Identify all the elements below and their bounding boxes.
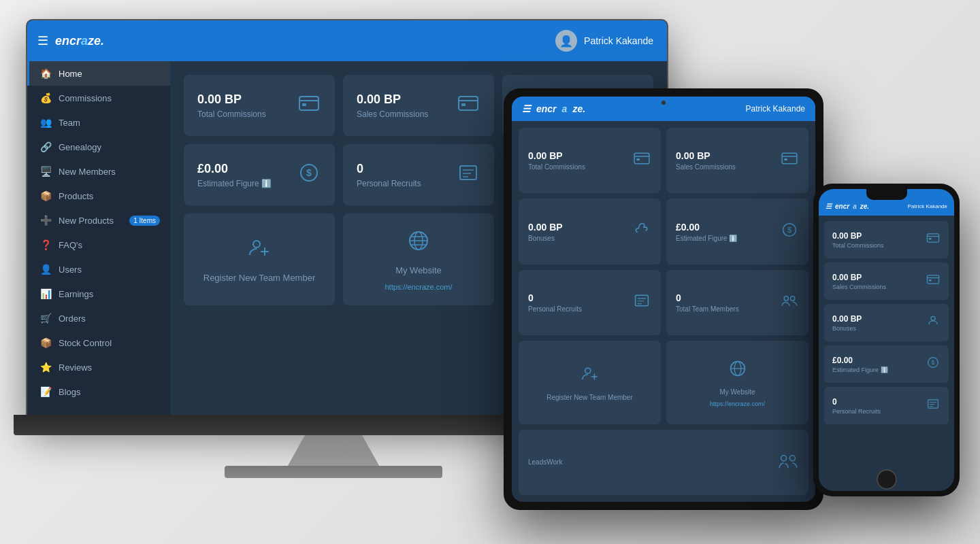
nav-label-users: Users bbox=[59, 265, 82, 275]
nav-label-team: Team bbox=[59, 118, 80, 128]
tablet-total-team-icon bbox=[780, 291, 799, 314]
nav-item-home[interactable]: 🏠 Home bbox=[27, 61, 170, 86]
phone-home-button[interactable] bbox=[877, 469, 897, 490]
svg-point-23 bbox=[781, 456, 787, 461]
team-icon: 👥 bbox=[39, 117, 52, 128]
genealogy-icon: 🔗 bbox=[39, 141, 52, 152]
nav-label-stock-control: Stock Control bbox=[59, 338, 112, 348]
top-bar: 👤 Patrick Kakande bbox=[170, 20, 667, 61]
phone-bonuses-icon bbox=[926, 313, 941, 332]
tablet-brand: ☰ encraze. bbox=[522, 103, 585, 114]
svg-rect-7 bbox=[460, 166, 476, 180]
svg-rect-2 bbox=[459, 97, 478, 110]
stock-control-icon: 📦 bbox=[39, 337, 52, 348]
card-estimated-figure[interactable]: £0.00 Estimated Figure ℹ️ $ bbox=[184, 144, 335, 205]
nav-item-faqs[interactable]: ❓ FAQ's bbox=[27, 233, 170, 257]
register-team-label: Register New Team Member bbox=[203, 273, 315, 284]
home-icon: 🏠 bbox=[39, 68, 52, 79]
tablet-app: ☰ encraze. 👤 Patrick Kakande 0.00 BP Tot… bbox=[512, 97, 815, 502]
nav-label-genealogy: Genealogy bbox=[59, 142, 101, 152]
svg-point-20 bbox=[585, 368, 590, 373]
card-register-team[interactable]: Register New Team Member bbox=[184, 214, 335, 305]
phone-grid: 0.00 BP Total Commissions 0.00 BP Sales … bbox=[819, 216, 954, 483]
nav-item-products[interactable]: 📦 Products bbox=[27, 184, 170, 208]
nav-item-team[interactable]: 👥 Team bbox=[27, 110, 170, 135]
brand-logo: encraze. bbox=[55, 34, 104, 48]
tablet-card-bonuses[interactable]: 0.00 BP Bonuses bbox=[519, 199, 661, 264]
new-products-badge: 1 Items bbox=[129, 216, 160, 226]
tablet-bonuses-icon bbox=[632, 220, 651, 243]
nav-item-earnings[interactable]: 📊 Earnings bbox=[27, 282, 170, 306]
phone-sales-commissions-icon bbox=[926, 272, 941, 290]
tablet-card-website[interactable]: My Website https://encraze.com/ bbox=[666, 341, 808, 424]
tablet-card-total-commissions[interactable]: 0.00 BP Total Commissions bbox=[519, 128, 661, 193]
nav-label-commissions: Commissions bbox=[59, 93, 112, 103]
nav-item-genealogy[interactable]: 🔗 Genealogy bbox=[27, 135, 170, 159]
avatar: 👤 bbox=[555, 30, 577, 52]
tablet-hamburger[interactable]: ☰ bbox=[522, 103, 531, 114]
tablet-card-personal-recruits[interactable]: 0 Personal Recruits bbox=[519, 270, 661, 335]
tablet-grid: 0.00 BP Total Commissions 0.00 BP Sales … bbox=[512, 121, 815, 502]
nav-item-new-products[interactable]: ➕ New Products 1 Items bbox=[27, 208, 170, 233]
nav-item-stock-control[interactable]: 📦 Stock Control bbox=[27, 330, 170, 355]
phone-user: 👤 Patrick Kakande bbox=[900, 203, 948, 209]
monitor-base bbox=[225, 466, 442, 478]
personal-recruits-icon bbox=[456, 160, 480, 190]
card-my-website[interactable]: My Website https://encraze.com/ bbox=[343, 214, 494, 305]
nav-label-blogs: Blogs bbox=[59, 387, 81, 397]
tablet-card-estimated[interactable]: £0.00 Estimated Figure ℹ️ $ bbox=[666, 199, 808, 264]
svg-rect-0 bbox=[299, 97, 318, 110]
hamburger-icon[interactable]: ☰ bbox=[37, 33, 48, 48]
svg-rect-1 bbox=[302, 103, 306, 106]
products-icon: 📦 bbox=[39, 190, 52, 201]
nav-item-commissions[interactable]: 💰 Commissions bbox=[27, 86, 170, 110]
svg-rect-25 bbox=[927, 234, 938, 242]
nav-item-new-members[interactable]: 🖥️ New Members bbox=[27, 159, 170, 184]
nav-item-users[interactable]: 👤 Users bbox=[27, 257, 170, 282]
phone-card-estimated[interactable]: £0.00 Estimated Figure ℹ️ $ bbox=[824, 345, 949, 383]
personal-recruits-label: Personal Recruits bbox=[357, 179, 421, 188]
svg-point-19 bbox=[791, 296, 795, 301]
my-website-url: https://encraze.com/ bbox=[385, 282, 452, 292]
sales-commissions-value: 0.00 BP bbox=[357, 92, 428, 107]
svg-rect-12 bbox=[636, 158, 640, 160]
tablet-card-leadswork[interactable]: LeadsWork bbox=[519, 430, 808, 495]
tablet-leadswork-icon bbox=[777, 449, 799, 475]
card-total-commissions[interactable]: 0.00 BP Total Commissions bbox=[184, 75, 335, 136]
tablet-avatar: 👤 bbox=[732, 104, 742, 114]
card-sales-commissions[interactable]: 0.00 BP Sales Commissions bbox=[343, 75, 494, 136]
phone-card-bonuses[interactable]: 0.00 BP Bonuses bbox=[824, 304, 949, 341]
nav-label-faqs: FAQ's bbox=[59, 240, 82, 250]
card-personal-recruits[interactable]: 0 Personal Recruits bbox=[343, 144, 494, 205]
total-commissions-icon bbox=[297, 91, 321, 120]
svg-rect-26 bbox=[929, 238, 932, 239]
website-icon bbox=[405, 227, 432, 260]
reviews-icon: ⭐ bbox=[39, 362, 52, 373]
estimated-figure-value: £0.00 bbox=[197, 162, 272, 176]
tablet: ☰ encraze. 👤 Patrick Kakande 0.00 BP Tot… bbox=[504, 88, 823, 510]
phone-hamburger[interactable]: ☰ bbox=[826, 203, 832, 210]
estimated-figure-icon: $ bbox=[297, 160, 321, 190]
svg-rect-28 bbox=[929, 279, 932, 281]
tablet-card-total-team[interactable]: 0 Total Team Members bbox=[666, 270, 808, 335]
svg-text:$: $ bbox=[306, 167, 312, 178]
tablet-website-url: https://encraze.com/ bbox=[710, 401, 765, 407]
nav-label-reviews: Reviews bbox=[59, 362, 92, 373]
nav-item-blogs[interactable]: 📝 Blogs bbox=[27, 379, 170, 404]
blogs-icon: 📝 bbox=[39, 386, 52, 397]
nav-label-earnings: Earnings bbox=[59, 289, 93, 299]
phone-card-personal-recruits[interactable]: 0 Personal Recruits bbox=[824, 387, 949, 424]
phone-card-total-commissions[interactable]: 0.00 BP Total Commissions bbox=[824, 221, 949, 258]
phone-estimated-icon: $ bbox=[926, 355, 941, 373]
svg-text:$: $ bbox=[932, 359, 935, 366]
nav-item-orders[interactable]: 🛒 Orders bbox=[27, 306, 170, 330]
tablet-user: 👤 Patrick Kakande bbox=[732, 104, 805, 114]
phone-card-sales-commissions[interactable]: 0.00 BP Sales Commissions bbox=[824, 262, 949, 300]
tablet-website-label: My Website bbox=[719, 388, 755, 396]
tablet-card-sales-commissions[interactable]: 0.00 BP Sales Commissions bbox=[666, 128, 808, 193]
new-products-icon: ➕ bbox=[39, 215, 52, 226]
tablet-card-register[interactable]: Register New Team Member bbox=[519, 341, 661, 424]
users-icon: 👤 bbox=[39, 264, 52, 275]
tablet-camera bbox=[662, 101, 666, 105]
nav-item-reviews[interactable]: ⭐ Reviews bbox=[27, 355, 170, 379]
